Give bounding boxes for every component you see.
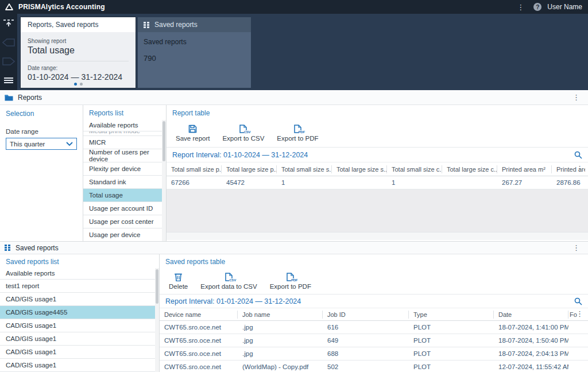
report-table-panel: Report table Save report	[167, 105, 588, 241]
cell: CWT65.sro.oce.net	[160, 337, 238, 344]
pdf-file-icon: PDF	[294, 123, 301, 133]
column-header[interactable]: Printed area m²	[497, 165, 552, 173]
hamburger-menu-icon[interactable]	[0, 71, 17, 90]
list-item[interactable]: Plexity per device	[83, 162, 166, 176]
reports-list-scrollbar[interactable]	[162, 120, 166, 241]
saved-list-item[interactable]: CAD/GIS usage1	[0, 359, 159, 372]
saved-card-body: Saved reports 790	[138, 32, 251, 68]
list-item[interactable]: Number of users per device	[83, 149, 166, 162]
cell: 688	[323, 350, 409, 357]
saved-list-item[interactable]: CAD/GIS usage1	[0, 332, 159, 346]
saved-section-header: Saved reports ⋮	[0, 242, 588, 254]
report-interval-text: Report Interval: 01-10-2024 — 31-12-2024	[172, 151, 574, 159]
navigate-back-icon[interactable]	[0, 33, 17, 52]
card-divider	[28, 61, 129, 61]
saved-reports-list-panel: Saved reports list Available reports tes…	[0, 254, 160, 372]
column-header[interactable]: Device name	[160, 311, 238, 319]
list-item[interactable]: Usage per device	[83, 228, 166, 241]
export-csv-button[interactable]: CSV Export to CSV	[219, 122, 268, 147]
overview-card-header: Reports, Saved reports	[21, 17, 136, 32]
list-item-partial[interactable]: Media print mode	[83, 131, 166, 136]
report-table-header: Total small size p... Total large size p…	[167, 162, 588, 176]
saved-section-menu-icon[interactable]: ⋮	[569, 244, 583, 251]
column-header[interactable]: Type	[409, 311, 494, 319]
saved-table-row[interactable]: CWT65.sro.oce.net .jpg 616 PLOT 18-07-20…	[160, 321, 588, 334]
column-header[interactable]: Job ID	[323, 311, 409, 319]
report-interval-row: Report Interval: 01-10-2024 — 31-12-2024	[167, 148, 588, 162]
saved-list-item[interactable]: CAD/GIS usage1	[0, 293, 159, 306]
saved-table-row[interactable]: CWT65.sro.oce.net .jpg 688 PLOT 18-07-20…	[160, 347, 588, 361]
cell: (WorldMap) - Copy.pdf	[238, 363, 323, 370]
column-header[interactable]: Job name	[238, 311, 323, 319]
cell: 45472	[222, 179, 277, 186]
saved-list-item[interactable]: CAD/GIS usage1	[0, 346, 159, 359]
grid-icon	[144, 22, 150, 28]
column-header[interactable]: Total large size s...	[332, 165, 387, 173]
column-header[interactable]: Total small size c...	[387, 165, 442, 173]
cell: 18-07-2024, 1:41:00 PM	[494, 324, 568, 331]
list-item[interactable]: Usage per account ID	[83, 202, 166, 215]
delete-button[interactable]: Delete	[165, 270, 191, 294]
cell: CWT65.sro.oce.net	[160, 324, 238, 331]
column-header[interactable]: Total small size p...	[167, 165, 222, 173]
user-menu[interactable]: User Name	[547, 3, 582, 11]
left-rail	[0, 14, 17, 90]
column-header[interactable]: Total large size c...	[442, 165, 497, 173]
app-title: PRISMAlytics Accounting	[18, 3, 105, 11]
report-table-title: Report table	[167, 105, 588, 120]
list-item[interactable]: Usage per cost center	[83, 215, 166, 228]
cell: 18-07-2024, 1:50:40 PM	[494, 337, 568, 344]
search-icon[interactable]	[574, 151, 582, 159]
export-pdf-button[interactable]: PDF Export to PDF	[266, 270, 315, 294]
report-table-row[interactable]: 67266 45472 1 1 267.27 2876.86	[167, 176, 588, 189]
column-header[interactable]: Date	[494, 311, 568, 319]
available-saved-reports-header: Available reports	[0, 268, 159, 280]
list-item-selected[interactable]: Total usage	[83, 189, 166, 202]
saved-reports-card[interactable]: Saved reports Saved reports 790	[138, 17, 251, 88]
search-icon[interactable]	[574, 297, 582, 305]
reports-section: Reports ⋮ Selection Date range This quar…	[0, 90, 588, 241]
csv-file-icon: CSV	[225, 272, 233, 281]
selection-panel: Selection Date range This quarter	[0, 105, 83, 241]
cell: 1	[277, 179, 332, 186]
saved-interval-row: Report Interval: 01-01-2024 — 31-12-2024	[160, 294, 588, 308]
saved-list-scrollbar[interactable]	[155, 268, 159, 372]
column-menu-icon[interactable]: ⋮	[572, 165, 587, 172]
csv-file-icon: CSV	[239, 123, 247, 133]
saved-list-item-selected[interactable]: CAD/GIS usage4455	[0, 306, 159, 319]
export-data-csv-button[interactable]: CSV Export data to CSV	[197, 270, 260, 294]
navigate-forward-icon[interactable]	[0, 52, 17, 71]
export-pdf-button[interactable]: PDF Export to PDF	[273, 122, 322, 147]
horizontal-scrollbar-track[interactable]	[167, 232, 588, 240]
list-item[interactable]: Standard ink	[83, 176, 166, 189]
saved-list-item[interactable]: CAD/GIS usage1	[0, 319, 159, 332]
saved-table-row[interactable]: CWT65.sro.oce.net .jpg 649 PLOT 18-07-20…	[160, 334, 588, 347]
date-range-value: 01-10-2024 — 31-12-2024	[28, 72, 129, 82]
saved-table-row[interactable]: CWT65.sro.oce.net (WorldMap) - Copy.pdf …	[160, 361, 588, 372]
column-header[interactable]: Total large size p...	[222, 165, 277, 173]
date-range-select[interactable]: This quarter	[6, 138, 77, 150]
carousel-dots	[21, 83, 136, 86]
overview-card[interactable]: Reports, Saved reports Showing report To…	[21, 17, 136, 88]
cell: PLOT	[409, 363, 494, 370]
widget-columns-icon[interactable]	[0, 14, 17, 33]
saved-table-header: Device name Job name Job ID Type Date Fo…	[160, 308, 588, 321]
help-icon[interactable]: ?	[533, 3, 541, 11]
carousel-dot-inactive[interactable]	[80, 83, 83, 86]
chevron-down-icon	[66, 142, 73, 146]
saved-list-item[interactable]: test1 report	[0, 280, 159, 293]
reports-section-menu-icon[interactable]: ⋮	[569, 94, 583, 101]
report-table-toolbar: Save report CSV Export to CSV	[167, 120, 588, 148]
column-menu-icon[interactable]: ⋮	[572, 310, 587, 317]
carousel-dot-active[interactable]	[74, 83, 77, 86]
pdf-file-icon: PDF	[287, 272, 294, 281]
cell: PLOT	[409, 350, 494, 357]
list-item[interactable]: MICR	[83, 136, 166, 149]
app-root: PRISMAlytics Accounting ⋮ ? User Name	[0, 0, 588, 372]
saved-section-title: Saved reports	[16, 244, 59, 252]
cell: 1	[387, 179, 442, 186]
column-header[interactable]: Total small size s...	[277, 165, 332, 173]
cell: PLOT	[409, 337, 494, 344]
save-report-button[interactable]: Save report	[172, 122, 213, 147]
overflow-menu-icon[interactable]: ⋮	[513, 3, 528, 11]
